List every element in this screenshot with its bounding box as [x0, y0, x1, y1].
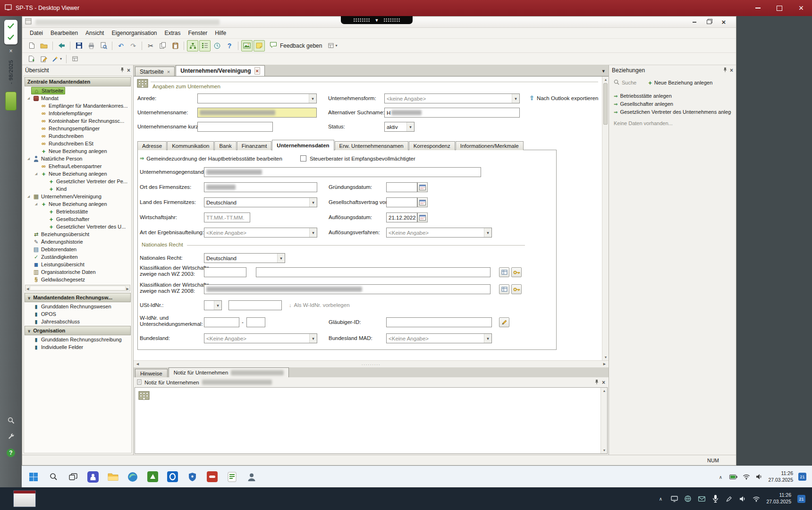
tree-item[interactable]: Empfänger für Mandantenkorres... [24, 102, 131, 110]
edit-entry-button[interactable] [38, 53, 50, 65]
tray-icon-monitor[interactable] [670, 496, 678, 502]
wz2003-code-input[interactable] [204, 267, 246, 277]
menu-item[interactable]: Fenster [185, 28, 211, 38]
viewer-minimize-button[interactable] [747, 0, 769, 16]
nationales-recht-select[interactable]: Deutschland [204, 253, 285, 263]
taskbar-icon-search[interactable] [47, 471, 59, 483]
menu-item[interactable]: Datei [26, 28, 47, 38]
print-preview-button[interactable] [98, 40, 109, 51]
tree-item[interactable]: Kind [24, 185, 131, 193]
taskbar-icon-shield[interactable] [186, 471, 198, 483]
unternehmensname-input[interactable] [197, 108, 317, 118]
new-entry-button[interactable] [26, 53, 37, 65]
tree-horizontal-scrollbar[interactable] [25, 285, 130, 291]
tree-item[interactable]: Mandat [24, 94, 131, 102]
scroll-left-icon[interactable] [135, 362, 141, 366]
wz2003-text-input[interactable] [256, 267, 491, 277]
scroll-right-icon[interactable] [127, 285, 129, 291]
tree-item[interactable]: Kontoinhaber für Rechnungssc... [24, 117, 131, 125]
pin-icon[interactable] [594, 379, 599, 385]
calendar-icon[interactable] [417, 182, 428, 192]
anrede-select[interactable] [197, 94, 317, 103]
outlook-export-link[interactable]: Nach Outlook exportieren [529, 94, 598, 102]
tab-notiz[interactable]: Notiz für Unternehmen [169, 367, 289, 377]
tray-icon-globe[interactable] [684, 495, 692, 502]
subtab-3[interactable]: Finanzamt [237, 141, 272, 150]
form-horizontal-scrollbar[interactable] [134, 360, 609, 367]
ustid-input[interactable] [228, 300, 282, 310]
glaeubiger-edit-button[interactable] [499, 317, 509, 327]
taskbar-icon-app-red[interactable] [206, 471, 218, 483]
ort-input[interactable] [204, 182, 317, 192]
tree-item[interactable]: Rechnungsempfänger [24, 125, 131, 132]
list-view-button[interactable] [199, 40, 211, 51]
scroll-left-icon[interactable] [26, 285, 29, 291]
tree-item[interactable]: OPOS [24, 310, 131, 318]
wz2008-input[interactable] [204, 284, 491, 294]
subtab-7[interactable]: Informationen/Merkmale [456, 141, 524, 150]
tree-item[interactable]: Individuelle Felder [24, 343, 131, 351]
pin-icon[interactable] [723, 67, 727, 74]
notification-badge[interactable]: 21 [797, 495, 805, 503]
aufloesungsdatum-input[interactable]: 21.12.2022 [386, 212, 417, 222]
tree-item[interactable]: Gesetzlicher Vertreter der Pe... [24, 178, 131, 185]
feedback-button[interactable]: Feedback geben [266, 42, 326, 50]
wz2008-key-button[interactable] [511, 284, 522, 294]
menu-item[interactable]: Bearbeiten [47, 28, 82, 38]
ustid-country-select[interactable] [204, 300, 222, 310]
scroll-right-icon[interactable] [601, 362, 608, 366]
tree-item[interactable]: Jahresabschluss [24, 318, 131, 325]
tree-item[interactable]: Debitorendaten [24, 246, 131, 253]
tree-item[interactable]: Geldwäschegesetz [24, 276, 131, 283]
aufl-verfahren-select[interactable]: <Keine Angabe> [386, 228, 492, 238]
widnr-input[interactable] [204, 317, 239, 327]
neue-beziehung-link[interactable]: Neue Beziehung anlegen [654, 80, 713, 85]
app-close-button[interactable] [717, 18, 730, 26]
subtab-4[interactable]: Unternehmensdaten [272, 140, 334, 151]
tree-item[interactable]: Rundschreiben [24, 132, 131, 140]
taskbar-icon-outlook[interactable] [166, 471, 178, 483]
taskbar-icon-edge[interactable] [127, 471, 139, 483]
note-vertical-scrollbar[interactable] [601, 388, 607, 453]
calendar-icon[interactable] [417, 197, 428, 207]
tray-icon-speaker[interactable] [755, 474, 763, 480]
note-editor[interactable] [135, 387, 608, 454]
scrollbar-thumb[interactable] [603, 83, 608, 125]
menu-item[interactable]: Hilfe [211, 28, 230, 38]
tree-item[interactable]: Gesellschafter [24, 215, 131, 223]
tray-icon-chevron-up[interactable] [717, 474, 724, 480]
session-tab[interactable] [5, 92, 17, 110]
taskbar-icon-explorer[interactable] [107, 471, 119, 483]
session-status-card[interactable] [4, 20, 17, 44]
tree-section[interactable]: Organisation [25, 326, 131, 335]
wz2008-lookup-button[interactable] [499, 284, 509, 294]
tree-section[interactable]: Zentrale Mandantendaten [25, 77, 131, 86]
wz2003-key-button[interactable] [511, 267, 522, 277]
steuerberater-checkbox[interactable] [300, 155, 306, 162]
copy-button[interactable] [157, 40, 169, 51]
taskbar-icon-task-view[interactable] [67, 471, 79, 483]
taskbar-icon-teams[interactable] [87, 471, 99, 483]
suche-label[interactable]: Suche [622, 80, 636, 85]
tree-item[interactable]: Natürliche Person [24, 155, 131, 162]
taskbar-icon-start[interactable] [27, 471, 40, 483]
remote-clock[interactable]: 11:26 27.03.2025 [768, 470, 793, 483]
image-view-button[interactable] [241, 40, 253, 51]
relation-action[interactable]: Gesetzlichen Vertreter des Unternehmens … [614, 108, 731, 116]
subtab-6[interactable]: Korrespondenz [409, 141, 455, 150]
viewer-dock[interactable] [341, 16, 413, 24]
save-button[interactable] [73, 40, 85, 51]
wz2003-lookup-button[interactable] [499, 267, 509, 277]
help-button[interactable]: ? [224, 40, 235, 51]
tree-item[interactable]: Leistungsübersicht [24, 261, 131, 268]
layout-button[interactable] [69, 53, 81, 65]
tray-icon-wifi[interactable] [743, 474, 750, 480]
tree-item[interactable]: Startseite [24, 87, 131, 94]
tray-icon-wifi-light[interactable] [753, 496, 760, 502]
relation-action[interactable]: Gesellschafter anlegen [614, 100, 731, 108]
subtab-2[interactable]: Bank [214, 141, 236, 150]
scrollbar-grip[interactable] [362, 361, 381, 367]
subtab-0[interactable]: Adresse [137, 141, 167, 150]
widnr-vorbelegen-link[interactable]: Als W-IdNr. vorbelegen [289, 302, 350, 308]
tree-item[interactable]: Neue Beziehung anlegen [24, 147, 131, 155]
